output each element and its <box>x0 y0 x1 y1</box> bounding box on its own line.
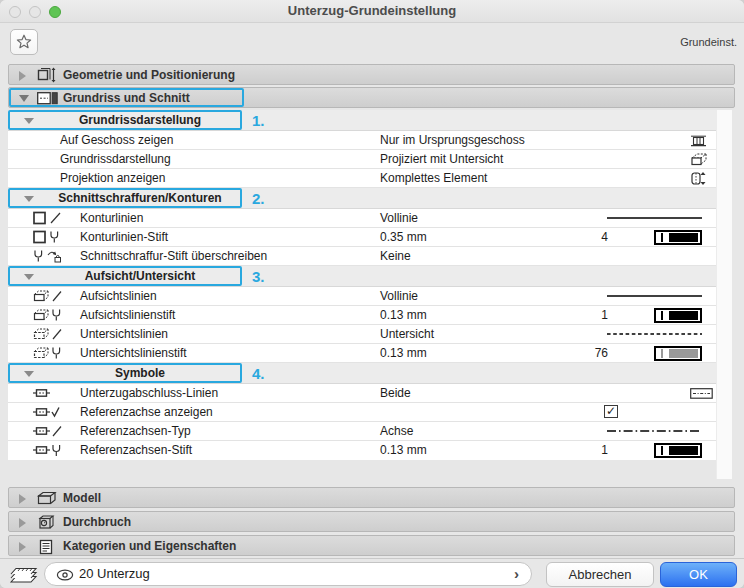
reference-axis-checkbox[interactable]: ✓ <box>604 405 618 418</box>
parameter-row[interactable]: Referenzachse anzeigen ✓ <box>8 403 716 422</box>
subsection-label: Schnittschraffuren/Konturen <box>42 188 238 209</box>
parameter-label: Aufsichtslinienstift <box>80 306 175 324</box>
expanded-disclosure-icon[interactable] <box>24 274 34 280</box>
favorites-stack-icon[interactable] <box>8 563 40 585</box>
parameter-row[interactable]: Unterzugabschluss-Linien Beide <box>8 384 716 403</box>
pen-color-swatch <box>669 311 698 320</box>
section-geometrie-und-positionierung[interactable]: Geometrie und Positionierung <box>8 64 735 85</box>
pen-weight-value[interactable]: 0.13 mm <box>380 344 427 362</box>
entire-element-icon <box>690 169 706 187</box>
parameter-value-dropdown[interactable]: Vollinie <box>380 209 418 227</box>
collapsed-disclosure-icon[interactable] <box>19 71 26 81</box>
subsection-aufsicht-untersicht[interactable]: Aufsicht/Untersicht 3. <box>8 266 716 287</box>
contour-line-icon <box>33 209 63 227</box>
parameter-value-dropdown[interactable]: Beide <box>380 384 411 402</box>
subsection-label: Grundrissdarstellung <box>42 110 238 131</box>
expanded-disclosure-icon[interactable] <box>24 371 34 377</box>
subsection-symbole[interactable]: Symbole 4. <box>8 363 716 384</box>
parameter-row[interactable]: Referenzachsen-Stift 0.13 mm 1 <box>8 441 716 460</box>
parameter-label: Untersichtslinien <box>80 325 168 343</box>
parameter-label: Referenzachsen-Stift <box>80 441 192 459</box>
expanded-disclosure-icon[interactable] <box>24 118 34 124</box>
top-view-pen-icon <box>33 306 65 324</box>
pen-weight-sample <box>661 349 663 358</box>
bottom-view-line-icon <box>33 325 65 343</box>
parameter-label: Referenzachse anzeigen <box>80 403 213 421</box>
parameter-value-dropdown[interactable]: Projiziert mit Untersicht <box>380 150 503 168</box>
line-type-preview[interactable] <box>606 209 703 227</box>
line-type-preview[interactable] <box>606 287 703 305</box>
parameter-row[interactable]: Aufsichtslinien Vollinie <box>8 287 716 306</box>
subsection-grundrissdarstellung[interactable]: Grundrissdarstellung 1. <box>8 110 716 131</box>
parameter-label: Konturlinien-Stift <box>80 228 168 246</box>
pen-color-preview[interactable] <box>654 443 702 458</box>
parameter-label: Unterzugabschluss-Linien <box>80 384 218 402</box>
pen-weight-value[interactable]: 0.13 mm <box>380 441 427 459</box>
expanded-disclosure-icon[interactable] <box>19 95 29 102</box>
parameter-value-dropdown[interactable]: Untersicht <box>380 325 434 343</box>
parameter-row[interactable]: Auf Geschoss zeigen Nur im Ursprungsgesc… <box>8 131 716 150</box>
parameter-label: Grundrissdarstellung <box>60 150 171 168</box>
section-grundriss-und-schnitt[interactable]: Grundriss und Schnitt <box>8 87 735 108</box>
favorite-selector-value: 20 Unterzug <box>79 563 150 585</box>
eye-icon <box>56 569 74 581</box>
parameter-value-dropdown[interactable]: Achse <box>380 422 413 440</box>
parameter-row[interactable]: Untersichtslinien Untersicht <box>8 325 716 344</box>
line-type-preview[interactable] <box>606 325 703 343</box>
section-durchbruch[interactable]: Durchbruch <box>8 511 735 532</box>
favorites-button[interactable] <box>10 29 38 55</box>
parameter-row[interactable]: Grundrissdarstellung Projiziert mit Unte… <box>8 150 716 169</box>
parameter-row[interactable]: Konturlinien-Stift 0.35 mm 4 <box>8 228 716 247</box>
end-lines-preview-icon <box>690 384 713 402</box>
dialog-footer: 20 Unterzug › Abbrechen OK <box>0 558 744 588</box>
collapsed-disclosure-icon[interactable] <box>19 518 26 528</box>
opening-icon <box>37 514 57 531</box>
parameter-value-dropdown[interactable]: Vollinie <box>380 287 418 305</box>
categories-icon <box>39 539 53 555</box>
annotation-number: 4. <box>252 364 265 384</box>
axis-pen-icon <box>33 441 63 459</box>
pen-weight-value[interactable]: 0.13 mm <box>380 306 427 324</box>
annotation-number: 2. <box>252 189 265 209</box>
pen-number: 1 <box>574 441 608 459</box>
cancel-button[interactable]: Abbrechen <box>546 562 654 587</box>
window-title: Unterzug-Grundeinstellung <box>0 0 744 22</box>
pen-color-preview[interactable] <box>654 308 702 323</box>
annotation-number: 1. <box>252 111 265 131</box>
parameter-value-dropdown[interactable]: Nur im Ursprungsgeschoss <box>380 131 525 149</box>
subsection-schnittschraffuren-konturen[interactable]: Schnittschraffuren/Konturen 2. <box>8 188 716 209</box>
projected-with-bottom-view-icon <box>690 150 708 168</box>
scrollbar-track[interactable] <box>716 110 732 479</box>
parameter-value-dropdown[interactable]: Keine <box>380 247 411 265</box>
dialog-toolbar: Grundeinst. <box>0 23 744 61</box>
pen-number: 1 <box>574 306 608 324</box>
parameter-row[interactable]: Referenzachsen-Typ Achse <box>8 422 716 441</box>
collapsed-disclosure-icon[interactable] <box>19 494 26 504</box>
parameter-row[interactable]: Aufsichtslinienstift 0.13 mm 1 <box>8 306 716 325</box>
section-kategorien-und-eigenschaften[interactable]: Kategorien und Eigenschaften <box>8 535 735 556</box>
parameter-row[interactable]: Konturlinien Vollinie <box>8 209 716 228</box>
favorite-selector[interactable]: 20 Unterzug › <box>44 562 532 586</box>
line-type-preview[interactable] <box>606 422 703 440</box>
collapsed-disclosure-icon[interactable] <box>19 542 26 552</box>
parameter-label: Schnittschraffur-Stift überschreiben <box>80 247 267 265</box>
pen-color-swatch <box>669 349 698 358</box>
pen-color-preview[interactable] <box>654 346 702 361</box>
parameter-value-dropdown[interactable]: Komplettes Element <box>380 169 487 187</box>
favorites-name-label: Grundeinst. <box>680 36 737 48</box>
pen-weight-value[interactable]: 0.35 mm <box>380 228 427 246</box>
parameter-row[interactable]: Untersichtslinienstift 0.13 mm 76 <box>8 344 716 363</box>
titlebar: Unterzug-Grundeinstellung <box>0 0 744 23</box>
pen-color-preview[interactable] <box>654 230 702 245</box>
parameter-label: Projektion anzeigen <box>60 169 165 187</box>
parameter-table: Grundrissdarstellung 1. Auf Geschoss zei… <box>8 110 716 460</box>
section-label: Geometrie und Positionierung <box>63 65 235 85</box>
expanded-disclosure-icon[interactable] <box>24 196 34 202</box>
section-modell[interactable]: Modell <box>8 487 735 508</box>
parameter-row[interactable]: Projektion anzeigen Komplettes Element <box>8 169 716 188</box>
axis-type-icon <box>33 422 63 440</box>
top-view-line-icon <box>33 287 65 305</box>
ok-button[interactable]: OK <box>660 562 737 587</box>
hatch-pen-override-icon <box>33 247 65 265</box>
parameter-row[interactable]: Schnittschraffur-Stift überschreiben Kei… <box>8 247 716 266</box>
